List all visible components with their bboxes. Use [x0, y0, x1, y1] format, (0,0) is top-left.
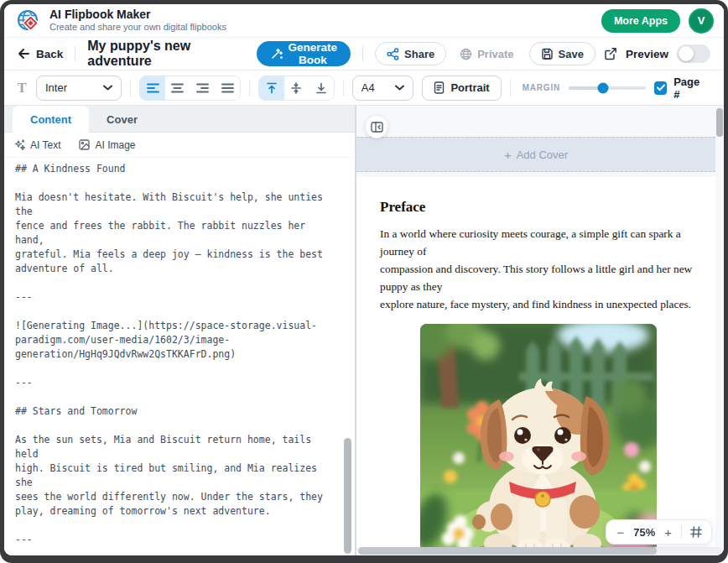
image-icon [79, 139, 90, 150]
add-cover-label: Add Cover [517, 149, 568, 161]
preview-toggle-group: Preview [626, 44, 710, 63]
divider [343, 80, 344, 96]
preview-label: Preview [626, 48, 668, 60]
margin-slider[interactable] [569, 86, 646, 90]
preview-horizontal-scrollbar[interactable] [358, 547, 722, 555]
generate-book-label: Generate Book [289, 41, 338, 66]
window-frame: AI Flipbook Maker Create and share your … [0, 0, 728, 563]
preview-panel: + Add Cover Preface In a world where cur… [356, 106, 724, 555]
collapse-panel-button[interactable] [365, 115, 388, 138]
check-icon [657, 84, 665, 91]
zoom-out-button[interactable]: − [616, 526, 625, 539]
align-left-button[interactable] [140, 76, 165, 100]
ai-tools-row: AI Text AI Image [4, 133, 355, 158]
share-label: Share [404, 48, 434, 60]
slider-knob[interactable] [598, 82, 609, 93]
divider [362, 46, 363, 61]
add-cover-button[interactable]: + Add Cover [356, 137, 715, 172]
grid-fit-icon [690, 526, 702, 538]
plus-icon: + [504, 149, 512, 161]
header-actions: More Apps V [601, 8, 714, 34]
back-label: Back [36, 48, 63, 60]
vertical-align-group [258, 76, 335, 101]
share-icon [387, 48, 399, 60]
save-label: Save [559, 48, 584, 60]
page-number-checkbox-group[interactable]: Page # [654, 76, 712, 101]
collapse-panel-icon [371, 122, 383, 133]
more-apps-button[interactable]: More Apps [601, 9, 680, 33]
globe-icon [460, 48, 472, 60]
align-center-button[interactable] [165, 76, 190, 100]
editor-tab-bar: Content Cover [4, 106, 355, 133]
markdown-editor[interactable]: ## A Kindness Found Mia doesn't hesitate… [4, 158, 355, 555]
sparkles-icon [14, 139, 25, 150]
page-number-checkbox[interactable] [654, 81, 667, 95]
orientation-label: Portrait [450, 81, 489, 94]
valign-middle-icon [290, 82, 302, 94]
private-button[interactable]: Private [453, 42, 520, 65]
valign-top-button[interactable] [259, 76, 284, 100]
page-size-select[interactable]: A4 [352, 76, 414, 101]
user-avatar[interactable]: V [689, 8, 714, 34]
preview-toggle[interactable] [677, 44, 710, 63]
share-button[interactable]: Share [375, 42, 446, 65]
divider [681, 525, 682, 539]
align-justify-button[interactable] [215, 76, 240, 100]
save-icon [541, 48, 554, 60]
horizontal-scrollbar-thumb[interactable] [358, 547, 657, 555]
font-select-value: Inter [45, 81, 67, 94]
valign-middle-button[interactable] [284, 76, 309, 100]
generate-book-button[interactable]: Generate Book [257, 41, 351, 66]
open-external-button[interactable] [601, 44, 621, 64]
app-titles: AI Flipbook Maker Create and share your … [49, 8, 226, 33]
preface-paragraph: In a world where curiosity meets courage… [380, 225, 697, 313]
divider [510, 80, 511, 96]
zoom-controls: − 75% + [606, 519, 712, 545]
document-action-bar: Back My puppy's new adventure Generate B… [4, 38, 724, 70]
align-right-button[interactable] [190, 76, 216, 100]
margin-label: MARGIN [523, 83, 560, 92]
tab-content[interactable]: Content [13, 106, 89, 133]
ai-text-button[interactable]: AI Text [14, 139, 60, 151]
back-button[interactable]: Back [18, 48, 63, 60]
align-left-icon [147, 83, 159, 93]
font-select[interactable]: Inter [36, 76, 122, 101]
zoom-level: 75% [633, 526, 655, 539]
zoom-in-button[interactable]: + [663, 526, 673, 539]
ai-text-label: AI Text [30, 139, 60, 151]
ai-image-button[interactable]: AI Image [79, 139, 135, 151]
align-center-icon [171, 83, 184, 93]
puppy-illustration [420, 324, 657, 548]
app-title: AI Flipbook Maker [49, 8, 226, 21]
valign-bottom-icon [315, 82, 327, 94]
valign-top-icon [266, 82, 278, 94]
preview-vertical-scrollbar[interactable] [716, 108, 723, 137]
divider [75, 46, 75, 61]
chevron-down-icon [103, 85, 112, 91]
document-portrait-icon [434, 81, 445, 94]
save-button[interactable]: Save [529, 42, 595, 65]
horizontal-align-group [139, 76, 241, 101]
page-content: Preface In a world where curiosity meets… [356, 177, 715, 548]
margin-control: MARGIN [523, 83, 646, 92]
page-number-label: Page # [673, 76, 707, 101]
private-label: Private [477, 48, 513, 60]
arrow-left-icon [18, 48, 30, 60]
app-logo-icon [16, 8, 41, 34]
app-header: AI Flipbook Maker Create and share your … [4, 4, 724, 38]
valign-bottom-button[interactable] [309, 76, 334, 100]
main-area: Content Cover AI Text AI Image [4, 106, 724, 555]
text-format-icon: T [16, 81, 28, 96]
chevron-down-icon [395, 85, 404, 91]
tab-cover[interactable]: Cover [89, 106, 155, 133]
document-title[interactable]: My puppy's new adventure [87, 39, 202, 69]
fit-page-button[interactable] [690, 526, 702, 538]
page-size-value: A4 [361, 81, 375, 94]
editor-scrollbar[interactable] [344, 438, 351, 554]
orientation-button[interactable]: Portrait [422, 76, 501, 101]
external-link-icon [604, 47, 617, 60]
book-page: Preface In a world where curiosity meets… [356, 177, 715, 548]
toggle-knob [679, 46, 694, 61]
app-window: AI Flipbook Maker Create and share your … [4, 4, 724, 555]
ai-image-label: AI Image [95, 139, 135, 151]
